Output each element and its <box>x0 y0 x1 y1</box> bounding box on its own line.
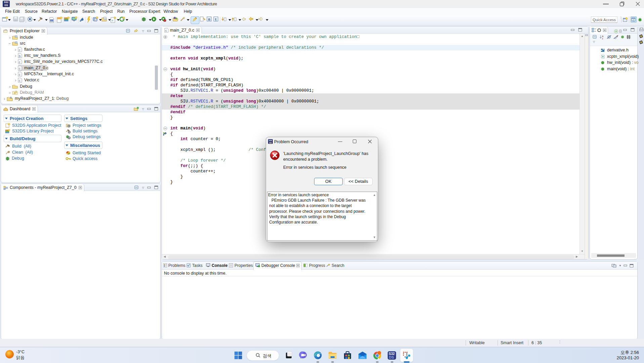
svg-text:c: c <box>19 73 20 76</box>
svg-text:c: c <box>19 67 20 70</box>
svg-text:S: S <box>19 54 21 58</box>
svg-text:a: a <box>602 35 603 37</box>
svg-text:S: S <box>10 96 12 99</box>
svg-text:C: C <box>633 19 635 22</box>
svg-text:B: B <box>208 18 211 21</box>
svg-text:c: c <box>112 19 113 22</box>
svg-text:c: c <box>19 79 20 82</box>
svg-text:DS: DS <box>389 355 394 359</box>
svg-text:c: c <box>104 17 106 20</box>
svg-text:c: c <box>19 48 20 52</box>
svg-text:c: c <box>19 61 20 64</box>
svg-text:c: c <box>95 19 96 21</box>
svg-text:¶: ¶ <box>215 18 217 21</box>
svg-text:c: c <box>165 29 167 32</box>
svg-text:z: z <box>602 37 603 40</box>
svg-text:010: 010 <box>50 19 54 22</box>
